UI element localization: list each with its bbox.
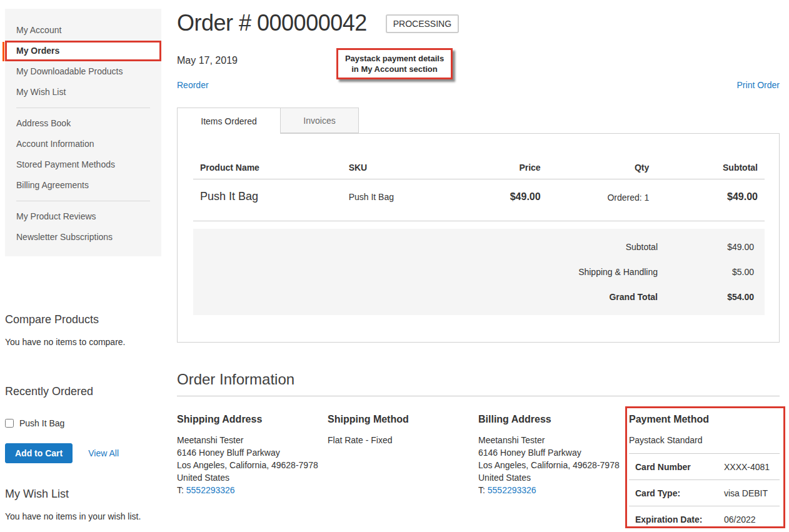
order-items-table: Product Name SKU Price Qty Subtotal Push…: [193, 153, 765, 221]
subtotal-label: Subtotal: [333, 242, 658, 252]
my-wish-list-title: My Wish List: [5, 487, 163, 501]
order-title-row: Order # 000000042 PROCESSING: [177, 10, 459, 36]
sidebar-item-newsletter-subscriptions[interactable]: Newsletter Subscriptions: [5, 227, 161, 248]
address-line: Meetanshi Tester: [177, 434, 328, 446]
compare-products-empty-text: You have no items to compare.: [5, 337, 163, 347]
recently-ordered-item: Push It Bag: [5, 418, 163, 428]
add-to-cart-button[interactable]: Add to Cart: [5, 443, 73, 463]
column-header-sku: SKU: [342, 153, 468, 179]
payment-method-title: Payment Method: [629, 413, 780, 426]
column-header-price: Price: [468, 153, 548, 179]
reorder-link[interactable]: Reorder: [177, 80, 209, 90]
totals-row-shipping: Shipping & Handling $5.00: [193, 259, 765, 284]
card-number-label: Card Number: [635, 462, 724, 472]
order-totals: Subtotal $49.00 Shipping & Handling $5.0…: [193, 229, 765, 315]
shipping-handling-label: Shipping & Handling: [333, 267, 658, 277]
address-line: Meetanshi Tester: [478, 434, 629, 446]
column-header-qty: Qty: [548, 153, 656, 179]
item-qty: Ordered: 1: [548, 179, 656, 221]
sidebar-divider: [16, 108, 150, 108]
grand-total-label: Grand Total: [333, 292, 658, 302]
expiration-date-label: Expiration Date:: [635, 514, 724, 524]
sidebar-item-stored-payment-methods[interactable]: Stored Payment Methods: [5, 154, 161, 175]
annotation-line-2: in My Account section: [351, 64, 437, 74]
shipping-handling-value: $5.00: [658, 267, 765, 277]
order-information-columns: Shipping Address Meetanshi Tester 6146 H…: [177, 408, 780, 532]
order-status-badge: PROCESSING: [386, 14, 459, 33]
order-view-main: Order # 000000042 PROCESSING May 17, 201…: [177, 0, 780, 532]
sidebar-item-label: My Orders: [16, 46, 59, 56]
address-line: 6146 Honey Bluff Parkway: [177, 446, 328, 459]
item-sku: Push It Bag: [342, 179, 468, 221]
billing-address-body: Meetanshi Tester 6146 Honey Bluff Parkwa…: [478, 434, 629, 496]
current-item-strip: [3, 42, 4, 61]
card-type-row: Card Type: visa DEBIT: [629, 479, 780, 506]
account-nav-list: My Account My Orders My Downloadable Pro…: [5, 20, 161, 248]
totals-row-grand-total: Grand Total $54.00: [193, 284, 765, 309]
expiration-date-row: Expiration Date: 06/2022: [629, 506, 780, 532]
annotation-line-1: Paystack payment details: [345, 54, 444, 63]
phone-line: T: 5552293326: [177, 484, 328, 496]
card-number-value: XXXX-4081: [724, 462, 770, 472]
payment-card-details: Card Number XXXX-4081 Card Type: visa DE…: [629, 453, 780, 532]
phone-line: T: 5552293326: [478, 484, 629, 496]
address-line: Los Angeles, California, 49628-7978: [177, 459, 328, 471]
address-line: United States: [478, 471, 629, 484]
tab-invoices[interactable]: Invoices: [281, 108, 359, 133]
items-table-header-row: Product Name SKU Price Qty Subtotal: [193, 153, 765, 179]
sidebar-item-my-account[interactable]: My Account: [5, 20, 161, 41]
phone-link[interactable]: 5552293326: [186, 485, 235, 495]
item-subtotal: $49.00: [656, 179, 765, 221]
phone-prefix: T:: [478, 485, 488, 495]
page-title: Order # 000000042: [177, 10, 367, 36]
shipping-method-title: Shipping Method: [328, 413, 478, 426]
address-line: United States: [177, 471, 328, 484]
sidebar-item-my-product-reviews[interactable]: My Product Reviews: [5, 206, 161, 227]
shipping-address-title: Shipping Address: [177, 413, 328, 426]
recently-ordered-title: Recently Ordered: [5, 384, 163, 398]
compare-products-block: Compare Products You have no items to co…: [5, 313, 163, 347]
sidebar-item-account-information[interactable]: Account Information: [5, 134, 161, 154]
phone-link[interactable]: 5552293326: [488, 485, 536, 495]
shipping-method-value: Flat Rate - Fixed: [328, 434, 478, 446]
view-all-link[interactable]: View All: [88, 448, 119, 458]
card-type-value: visa DEBIT: [724, 488, 768, 498]
subtotal-value: $49.00: [658, 242, 765, 252]
shipping-address-body: Meetanshi Tester 6146 Honey Bluff Parkwa…: [177, 434, 328, 496]
payment-method-name: Paystack Standard: [629, 434, 780, 446]
shipping-address-column: Shipping Address Meetanshi Tester 6146 H…: [177, 408, 328, 532]
totals-row-subtotal: Subtotal $49.00: [193, 234, 765, 259]
grand-total-value: $54.00: [658, 292, 765, 302]
sidebar-item-billing-agreements[interactable]: Billing Agreements: [5, 175, 161, 196]
recent-item-checkbox[interactable]: [5, 419, 14, 428]
tab-items-ordered[interactable]: Items Ordered: [177, 108, 281, 134]
recent-item-label: Push It Bag: [19, 418, 64, 428]
sidebar-item-my-downloadable-products[interactable]: My Downloadable Products: [5, 61, 161, 82]
print-order-link[interactable]: Print Order: [737, 80, 780, 90]
item-product-name: Push It Bag: [193, 179, 342, 221]
compare-products-title: Compare Products: [5, 313, 163, 326]
card-type-label: Card Type:: [635, 488, 724, 498]
payment-method-column: Payment Method Paystack Standard Card Nu…: [629, 408, 780, 532]
sidebar-item-my-orders[interactable]: My Orders: [5, 41, 161, 61]
item-price: $49.00: [468, 179, 548, 221]
address-line: Los Angeles, California, 49628-7978: [478, 459, 629, 471]
my-wish-list-block: My Wish List You have no items in your w…: [5, 487, 163, 521]
order-information-title: Order Information: [177, 371, 780, 396]
card-number-row: Card Number XXXX-4081: [629, 453, 780, 479]
recently-ordered-block: Recently Ordered Push It Bag Add to Cart…: [5, 384, 163, 463]
order-information-section: Order Information Shipping Address Meeta…: [177, 371, 780, 532]
paystack-annotation-callout: Paystack payment details in My Account s…: [336, 48, 453, 79]
items-ordered-panel: Product Name SKU Price Qty Subtotal Push…: [177, 133, 780, 343]
recently-ordered-actions: Add to Cart View All: [5, 443, 163, 463]
sidebar-divider: [16, 201, 150, 201]
sidebar-item-my-wish-list[interactable]: My Wish List: [5, 82, 161, 103]
shipping-method-column: Shipping Method Flat Rate - Fixed: [328, 408, 478, 532]
account-sidebar-nav: My Account My Orders My Downloadable Pro…: [5, 9, 161, 256]
billing-address-column: Billing Address Meetanshi Tester 6146 Ho…: [478, 408, 629, 532]
order-tabs: Items Ordered Invoices: [177, 108, 359, 134]
column-header-product-name: Product Name: [193, 153, 342, 179]
sidebar-item-address-book[interactable]: Address Book: [5, 113, 161, 134]
billing-address-title: Billing Address: [478, 413, 629, 426]
phone-prefix: T:: [177, 485, 186, 495]
